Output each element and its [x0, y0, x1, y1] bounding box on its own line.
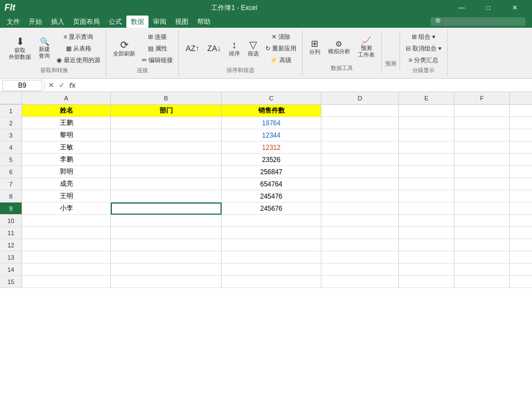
cell-d3[interactable]: [321, 129, 399, 141]
cell-e11[interactable]: [399, 227, 454, 239]
cell-d15[interactable]: [321, 276, 399, 288]
row-num-10[interactable]: 10: [0, 215, 22, 227]
cell-e9[interactable]: [399, 202, 454, 215]
cell-b10[interactable]: [111, 215, 222, 227]
cell-f9[interactable]: [454, 202, 510, 215]
col-header-f[interactable]: F: [454, 92, 510, 104]
cell-e4[interactable]: [399, 141, 454, 154]
cell-c3[interactable]: 12344: [222, 129, 321, 141]
recent-sources-button[interactable]: ◉ 最近使用的源: [54, 54, 103, 65]
cell-f13[interactable]: [454, 251, 510, 264]
cell-e12[interactable]: [399, 239, 454, 251]
cell-f8[interactable]: [454, 190, 510, 202]
cell-b13[interactable]: [111, 251, 222, 264]
ungroup-button[interactable]: ⊟ 取消组合 ▾: [403, 43, 444, 54]
from-table-button[interactable]: ▦ 从表格: [54, 43, 103, 54]
cell-g15[interactable]: [510, 276, 532, 288]
cell-c5[interactable]: 23526: [222, 154, 321, 166]
cell-reference-input[interactable]: B9: [2, 80, 42, 91]
cell-b6[interactable]: [111, 166, 222, 178]
cell-f11[interactable]: [454, 227, 510, 239]
row-num-8[interactable]: 8: [0, 190, 22, 202]
cell-d12[interactable]: [321, 239, 399, 251]
cell-f10[interactable]: [454, 215, 510, 227]
cell-b7[interactable]: [111, 178, 222, 190]
cell-d5[interactable]: [321, 154, 399, 166]
subtotal-button[interactable]: ≡ 分类汇总: [403, 54, 444, 65]
cell-f2[interactable]: [454, 117, 510, 129]
cell-c1[interactable]: 销售件数: [222, 105, 321, 117]
cell-g14[interactable]: [510, 264, 532, 276]
row-num-9[interactable]: 9: [0, 202, 22, 215]
menu-review[interactable]: 审阅: [149, 16, 171, 28]
cell-a3[interactable]: 黎明: [22, 129, 111, 141]
cell-a1[interactable]: 姓名: [22, 105, 111, 117]
insert-function-icon[interactable]: fx: [68, 81, 77, 89]
show-query-button[interactable]: ≡ 显示查询: [54, 31, 103, 42]
cell-d6[interactable]: [321, 166, 399, 178]
edit-links-button[interactable]: ✏ 编辑链接: [140, 54, 175, 65]
search-input[interactable]: [443, 18, 521, 25]
cell-e8[interactable]: [399, 190, 454, 202]
cell-e15[interactable]: [399, 276, 454, 288]
cell-b5[interactable]: [111, 154, 222, 166]
cell-a6[interactable]: 郭明: [22, 166, 111, 178]
menu-data[interactable]: 数据: [126, 16, 149, 28]
get-external-data-button[interactable]: ⬇ 获取外部数据: [6, 32, 34, 64]
menu-formula[interactable]: 公式: [104, 16, 126, 28]
cell-c7[interactable]: 654764: [222, 178, 321, 190]
menu-insert[interactable]: 插入: [47, 16, 69, 28]
row-num-4[interactable]: 4: [0, 141, 22, 154]
col-header-e[interactable]: E: [399, 92, 454, 104]
cell-a11[interactable]: [22, 227, 111, 239]
cell-g4[interactable]: [510, 141, 532, 154]
clear-button[interactable]: ✕ 清除: [263, 31, 299, 42]
cell-g9[interactable]: [510, 202, 532, 215]
cell-f5[interactable]: [454, 154, 510, 166]
forecast-sheet-button[interactable]: 📈 预测工作表: [355, 31, 378, 63]
cell-a5[interactable]: 李鹏: [22, 154, 111, 166]
cell-e1[interactable]: [399, 105, 454, 117]
cell-e10[interactable]: [399, 215, 454, 227]
cell-c9[interactable]: 245676: [222, 202, 321, 215]
row-num-11[interactable]: 11: [0, 227, 22, 239]
cell-g5[interactable]: [510, 154, 532, 166]
reapply-button[interactable]: ↻ 重新应用: [263, 43, 299, 54]
cell-c14[interactable]: [222, 264, 321, 276]
text-to-columns-button[interactable]: ⊞ 分列: [306, 31, 324, 63]
cell-b1[interactable]: 部门: [111, 105, 222, 117]
what-if-analysis-button[interactable]: ⚙ 模拟分析: [325, 31, 354, 63]
cell-f1[interactable]: [454, 105, 510, 117]
menu-page-layout[interactable]: 页面布局: [69, 16, 104, 28]
cell-f3[interactable]: [454, 129, 510, 141]
cell-g2[interactable]: [510, 117, 532, 129]
cell-c15[interactable]: [222, 276, 321, 288]
row-num-13[interactable]: 13: [0, 251, 22, 264]
cell-f6[interactable]: [454, 166, 510, 178]
cell-a15[interactable]: [22, 276, 111, 288]
cell-d13[interactable]: [321, 251, 399, 264]
refresh-all-button[interactable]: ⟳ 全部刷新: [110, 32, 139, 64]
row-num-1[interactable]: 1: [0, 105, 22, 117]
col-header-b[interactable]: B: [111, 92, 222, 104]
cell-c11[interactable]: [222, 227, 321, 239]
cell-b3[interactable]: [111, 129, 222, 141]
cell-d8[interactable]: [321, 190, 399, 202]
sort-button[interactable]: ↕ 排序: [226, 32, 243, 64]
sort-asc-button[interactable]: AZ↑: [182, 32, 203, 64]
maximize-button[interactable]: □: [475, 0, 501, 16]
row-num-15[interactable]: 15: [0, 276, 22, 288]
cell-e2[interactable]: [399, 117, 454, 129]
cell-a2[interactable]: 王鹏: [22, 117, 111, 129]
row-num-7[interactable]: 7: [0, 178, 22, 190]
cell-d4[interactable]: [321, 141, 399, 154]
cell-a12[interactable]: [22, 239, 111, 251]
cell-b2[interactable]: [111, 117, 222, 129]
cell-f7[interactable]: [454, 178, 510, 190]
cell-a9[interactable]: 小李: [22, 202, 111, 215]
cell-f4[interactable]: [454, 141, 510, 154]
cell-b11[interactable]: [111, 227, 222, 239]
row-num-3[interactable]: 3: [0, 129, 22, 141]
cell-d11[interactable]: [321, 227, 399, 239]
col-header-d[interactable]: D: [321, 92, 399, 104]
